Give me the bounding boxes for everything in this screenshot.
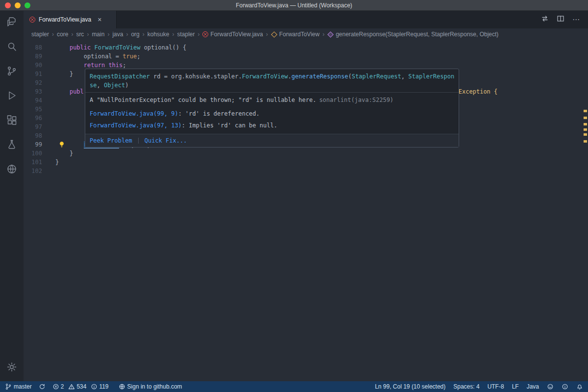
github-globe-icon[interactable] xyxy=(5,163,18,175)
code-editor[interactable]: 88 public ForwardToView optional() {89 o… xyxy=(24,40,588,381)
class-icon xyxy=(271,31,277,38)
breadcrumb-separator: › xyxy=(266,31,269,38)
close-tab-icon[interactable]: × xyxy=(98,16,101,24)
status-bar: master 2 534 119 Sign in to git xyxy=(0,381,588,392)
problems-indicator[interactable]: 2 534 119 xyxy=(52,383,112,390)
code-line[interactable]: 100 } xyxy=(24,149,588,158)
code-line[interactable]: 89 optional = true; xyxy=(24,52,588,61)
overview-ruler[interactable] xyxy=(583,40,587,381)
code-text: } xyxy=(55,149,73,158)
gutter-space xyxy=(42,96,55,105)
code-line[interactable]: 101} xyxy=(24,158,588,167)
action-separator xyxy=(138,138,139,144)
breadcrumb-item[interactable]: src xyxy=(76,31,84,38)
language-mode[interactable]: Java xyxy=(527,383,539,390)
sonarlint-status[interactable] xyxy=(562,383,568,390)
breadcrumb: stapler›core›src›main›java›org›kohsuke›s… xyxy=(24,28,588,40)
tab-forwardtoview[interactable]: ForwardToView.java × xyxy=(24,11,117,28)
breadcrumb-item[interactable]: main xyxy=(92,31,104,38)
close-window-button[interactable] xyxy=(5,2,11,8)
breadcrumb-item[interactable]: stapler xyxy=(31,31,49,38)
code-line[interactable]: 88 public ForwardToView optional() { xyxy=(24,43,588,52)
line-number: 102 xyxy=(24,167,42,175)
warning-mark xyxy=(584,117,587,119)
run-debug-icon[interactable] xyxy=(5,89,18,102)
line-number: 92 xyxy=(24,78,42,87)
line-number: 93 xyxy=(24,87,42,96)
breadcrumb-separator: › xyxy=(125,31,128,38)
peek-problem-link[interactable]: Peek Problem xyxy=(90,136,132,145)
sync-button[interactable] xyxy=(39,383,46,390)
hover-signature: RequestDispatcher rd = org.kohsuke.stapl… xyxy=(85,69,459,92)
quick-fix-link[interactable]: Quick Fix... xyxy=(145,136,187,145)
info-circle-icon xyxy=(91,383,98,390)
code-text: } xyxy=(55,70,73,78)
code-line[interactable]: 102 xyxy=(24,167,588,175)
split-editor-icon[interactable] xyxy=(557,15,564,24)
gutter-space xyxy=(42,122,55,131)
gutter-space xyxy=(42,78,55,87)
more-actions-icon[interactable]: ⋯ xyxy=(572,15,580,24)
warning-mark xyxy=(584,110,587,112)
tab-bar: ForwardToView.java × ⋯ xyxy=(24,11,588,28)
tab-label: ForwardToView.java xyxy=(39,16,91,23)
breadcrumb-item[interactable]: generateResponse(StaplerRequest, Stapler… xyxy=(327,31,498,38)
method-icon xyxy=(327,31,334,38)
settings-gear-icon[interactable] xyxy=(5,361,18,373)
feedback-button[interactable] xyxy=(547,383,554,390)
signature-line: se, Object) xyxy=(90,81,454,90)
indentation-indicator[interactable]: Spaces: 4 xyxy=(453,383,479,390)
explorer-icon[interactable] xyxy=(5,16,18,28)
testing-flask-icon[interactable] xyxy=(5,138,18,151)
zoom-window-button[interactable] xyxy=(24,2,30,8)
line-number: 100 xyxy=(24,149,42,158)
open-changes-icon[interactable] xyxy=(541,15,549,24)
related-locations: ForwardToView.java(99, 9): 'rd' is deref… xyxy=(85,107,459,132)
source-control-icon[interactable] xyxy=(5,65,18,77)
branch-indicator[interactable]: master xyxy=(5,383,32,390)
activity-bar xyxy=(0,11,24,381)
extensions-icon[interactable] xyxy=(5,114,18,126)
lightbulb-icon[interactable] xyxy=(42,140,55,149)
line-number: 95 xyxy=(24,105,42,114)
encoding-indicator[interactable]: UTF-8 xyxy=(488,383,504,390)
line-number: 94 xyxy=(24,96,42,105)
breadcrumb-separator: › xyxy=(322,31,325,38)
bell-icon xyxy=(576,383,583,390)
cursor-position[interactable]: Ln 99, Col 19 (10 selected) xyxy=(375,383,445,390)
warning-mark xyxy=(584,128,587,131)
eol-indicator[interactable]: LF xyxy=(512,383,519,390)
breadcrumb-separator: › xyxy=(51,31,54,38)
warning-mark xyxy=(584,133,587,136)
gutter-space xyxy=(42,61,55,70)
notifications-button[interactable] xyxy=(576,383,583,390)
gutter-space xyxy=(42,70,55,78)
breadcrumb-item[interactable]: kohsuke xyxy=(147,31,170,38)
vscode-window: ForwardToView.java — Untitled (Workspace… xyxy=(0,0,588,392)
line-number: 97 xyxy=(24,122,42,131)
line-number: 91 xyxy=(24,70,42,78)
related-location-link[interactable]: ForwardToView.java(97, 13) xyxy=(90,122,182,129)
breadcrumb-item[interactable]: core xyxy=(57,31,68,38)
github-signin-button[interactable]: Sign in to github.com xyxy=(119,383,182,390)
breadcrumb-item[interactable]: ForwardToView xyxy=(271,31,319,38)
related-location-link[interactable]: ForwardToView.java(99, 9) xyxy=(90,110,178,117)
line-number: 101 xyxy=(24,158,42,167)
search-icon[interactable] xyxy=(5,40,18,53)
globe-icon xyxy=(119,383,125,390)
breadcrumb-item[interactable]: java xyxy=(112,31,123,38)
gutter-space xyxy=(42,43,55,52)
diagnostic-source: sonarlint(java:S2259) xyxy=(319,97,393,103)
breadcrumb-item[interactable]: stapler xyxy=(177,31,195,38)
info-icon xyxy=(562,383,568,390)
minimize-window-button[interactable] xyxy=(15,2,21,8)
hover-tooltip: RequestDispatcher rd = org.kohsuke.stapl… xyxy=(85,69,459,147)
breadcrumb-item[interactable]: org xyxy=(131,31,139,38)
error-icon xyxy=(202,31,208,37)
breadcrumb-item[interactable]: ForwardToView.java xyxy=(202,31,263,38)
smiley-icon xyxy=(547,383,554,390)
sync-icon xyxy=(39,383,46,390)
editor-actions: ⋯ xyxy=(541,11,588,28)
editor-group: ForwardToView.java × ⋯ stapler›core›src›… xyxy=(24,11,588,381)
related-location: ForwardToView.java(99, 9): 'rd' is deref… xyxy=(85,107,459,120)
